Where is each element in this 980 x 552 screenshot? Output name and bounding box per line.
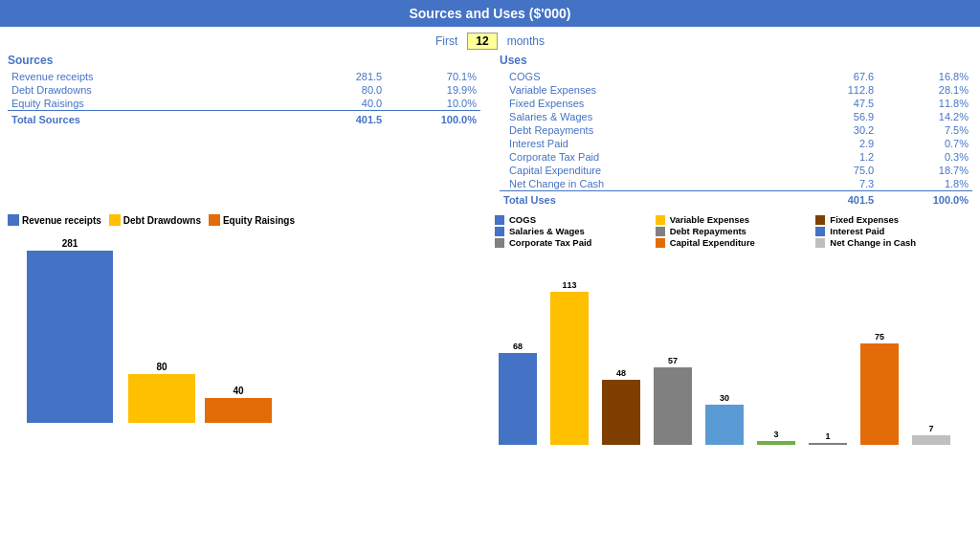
- bar: [757, 441, 796, 445]
- bar-label: 7: [928, 424, 933, 433]
- left-chart-legend: Revenue receiptsDebt DrawdownsEquity Rai…: [8, 214, 480, 226]
- legend-item: Fixed Expenses: [815, 214, 972, 225]
- right-chart-bars: 68 113 48 57 30 3 1 75 7: [495, 254, 972, 445]
- bar-group: 80: [128, 232, 195, 423]
- bar-group: 75: [857, 254, 902, 445]
- bar-label: 30: [720, 393, 729, 403]
- bar: [128, 374, 195, 423]
- bar-label: 68: [513, 342, 523, 351]
- bar-group: 3: [753, 254, 799, 445]
- months-row: First 12 months: [0, 27, 980, 54]
- bar-label: 281: [62, 238, 78, 249]
- bar-group: 1: [805, 254, 851, 445]
- months-label-after: months: [507, 34, 545, 48]
- uses-panel: Uses COGS67.616.8% Variable Expenses112.…: [490, 54, 972, 207]
- bar-label: 80: [156, 362, 167, 372]
- legend-item: Debt Repayments: [656, 226, 813, 236]
- bar: [912, 435, 951, 445]
- legend-item: Interest Paid: [815, 226, 972, 236]
- uses-total-row: Total Uses401.5100.0%: [500, 191, 972, 208]
- table-row: Interest Paid2.90.7%: [500, 137, 972, 150]
- bar-group: 281: [27, 232, 113, 423]
- bar: [550, 292, 590, 445]
- legend-item: Equity Raisings: [209, 214, 295, 226]
- bar-label: 1: [825, 431, 830, 441]
- bar-group: 7: [908, 254, 954, 445]
- legend-item: Variable Expenses: [656, 214, 813, 225]
- bar: [27, 251, 113, 423]
- table-row: Net Change in Cash7.31.8%: [500, 177, 972, 191]
- right-chart: COGSVariable ExpensesFixed ExpensesSalar…: [490, 214, 972, 484]
- legend-item: Debt Drawdowns: [109, 214, 201, 226]
- table-row: Capital Expenditure75.018.7%: [500, 164, 972, 177]
- bar: [602, 380, 641, 445]
- table-row: Fixed Expenses47.511.8%: [500, 97, 972, 110]
- left-chart-bars: 281 80 40: [8, 232, 480, 423]
- bar-label: 75: [875, 332, 884, 342]
- bar-group: 48: [598, 254, 644, 445]
- bar-label: 113: [562, 280, 576, 290]
- bar: [654, 367, 693, 445]
- main-title: Sources and Uses ($'000): [0, 0, 980, 27]
- bar: [809, 443, 848, 445]
- right-chart-legend-grid: COGSVariable ExpensesFixed ExpensesSalar…: [495, 214, 972, 248]
- bar-label: 40: [233, 386, 243, 396]
- right-chart-legend: COGSVariable ExpensesFixed ExpensesSalar…: [495, 214, 972, 248]
- legend-item: Corporate Tax Paid: [495, 237, 652, 248]
- bar-group: 68: [495, 254, 541, 445]
- sources-panel: Sources Revenue receipts281.570.1%Debt D…: [8, 54, 490, 207]
- table-row: Revenue receipts281.570.1%: [8, 70, 480, 83]
- sources-table: Revenue receipts281.570.1%Debt Drawdowns…: [8, 70, 480, 126]
- bar-label: 48: [616, 368, 626, 378]
- table-row: Salaries & Wages56.914.2%: [500, 110, 972, 123]
- months-label-before: First: [435, 34, 457, 48]
- bar: [205, 398, 272, 423]
- uses-title: Uses: [500, 54, 972, 67]
- legend-item: Capital Expenditure: [656, 237, 813, 248]
- table-row: Corporate Tax Paid1.20.3%: [500, 150, 972, 164]
- legend-item: Salaries & Wages: [495, 226, 652, 236]
- left-chart: Revenue receiptsDebt DrawdownsEquity Rai…: [8, 214, 490, 484]
- bar-group: 40: [205, 232, 272, 423]
- table-row: COGS67.616.8%: [500, 70, 972, 83]
- months-input[interactable]: 12: [467, 33, 497, 50]
- bar: [705, 405, 745, 445]
- table-row: Debt Repayments30.27.5%: [500, 123, 972, 137]
- bar-label: 3: [773, 430, 778, 439]
- table-row: Debt Drawdowns80.019.9%: [8, 83, 480, 97]
- table-row: Equity Raisings40.010.0%: [8, 97, 480, 111]
- table-row: Variable Expenses112.828.1%: [500, 83, 972, 97]
- bar-group: 30: [702, 254, 747, 445]
- bar: [860, 343, 900, 445]
- sources-title: Sources: [8, 54, 480, 67]
- legend-item: Net Change in Cash: [815, 237, 972, 248]
- sources-total-row: Total Sources401.5100.0%: [8, 111, 480, 127]
- uses-table: COGS67.616.8% Variable Expenses112.828.1…: [500, 70, 972, 207]
- bar-group: 57: [650, 254, 696, 445]
- legend-item: COGS: [495, 214, 652, 225]
- bar: [499, 353, 538, 445]
- bar-group: 113: [546, 254, 592, 445]
- legend-item: Revenue receipts: [8, 214, 101, 226]
- bar-label: 57: [668, 356, 678, 365]
